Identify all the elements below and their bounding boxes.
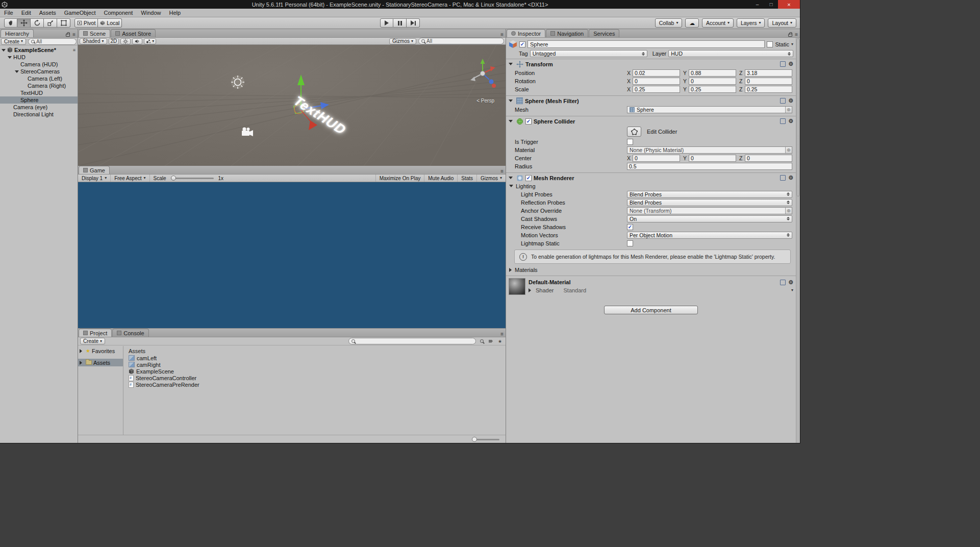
collab-dropdown[interactable]: Collab ▾ xyxy=(655,18,683,28)
scene-effects-dropdown[interactable]: ▾ xyxy=(144,38,156,44)
hierarchy-item[interactable]: Camera (Right) xyxy=(0,82,78,89)
mute-audio-toggle[interactable]: Mute Audio xyxy=(424,175,457,182)
motion-vectors-dropdown[interactable]: Per Object Motion xyxy=(627,232,792,239)
settings-gear-icon[interactable]: ⚙ xyxy=(788,280,793,285)
move-tool-button[interactable] xyxy=(17,18,31,28)
close-button[interactable]: × xyxy=(778,0,800,9)
help-icon[interactable] xyxy=(780,175,786,181)
asset-item[interactable]: StereoCameraController xyxy=(129,375,506,381)
gameobject-name-field[interactable]: Sphere xyxy=(527,40,765,48)
foldout-open-icon[interactable] xyxy=(509,100,513,102)
material-preview-sphere[interactable] xyxy=(509,278,525,295)
step-button[interactable] xyxy=(407,18,420,28)
menu-assets[interactable]: Assets xyxy=(35,9,60,17)
stats-toggle[interactable]: Stats xyxy=(457,175,476,182)
local-toggle-button[interactable]: Local xyxy=(98,18,122,28)
panel-menu-icon[interactable]: ≡ xyxy=(500,32,504,37)
panel-menu-icon[interactable]: ≡ xyxy=(500,168,504,174)
light-probes-dropdown[interactable]: Blend Probes xyxy=(627,191,792,198)
hierarchy-item[interactable]: HUD xyxy=(0,54,78,61)
search-by-label-button[interactable] xyxy=(487,338,494,344)
menu-file[interactable]: File xyxy=(0,9,17,17)
asset-item[interactable]: ExampleScene xyxy=(129,368,506,375)
menu-component[interactable]: Component xyxy=(99,9,137,17)
display-dropdown[interactable]: Display 1 ▾ xyxy=(78,175,111,182)
thumbnail-zoom-slider[interactable] xyxy=(473,439,499,440)
tab-hierarchy[interactable]: Hierarchy xyxy=(1,29,34,37)
mesh-filter-header[interactable]: Sphere (Mesh Filter) ⚙ xyxy=(506,96,796,105)
inspector-scrollbar[interactable] xyxy=(796,38,800,443)
settings-gear-icon[interactable]: ⚙ xyxy=(788,175,793,181)
tab-game[interactable]: Game xyxy=(79,166,110,174)
cast-shadows-dropdown[interactable]: On xyxy=(627,215,792,222)
rotation-x-field[interactable]: 0 xyxy=(633,78,680,85)
hierarchy-item-selected[interactable]: Sphere xyxy=(0,96,78,104)
foldout-open-icon[interactable] xyxy=(509,185,513,187)
hand-tool-button[interactable] xyxy=(4,18,17,28)
hierarchy-item[interactable]: Camera (HUD) xyxy=(0,61,78,68)
materials-foldout[interactable]: Materials xyxy=(506,266,796,274)
lock-icon[interactable] xyxy=(788,34,792,37)
lock-icon[interactable] xyxy=(66,34,70,37)
pause-button[interactable] xyxy=(393,18,407,28)
pivot-toggle-button[interactable]: Pivot xyxy=(74,18,98,28)
hierarchy-item[interactable]: Directional Light xyxy=(0,111,78,118)
project-create-button[interactable]: Create ▾ xyxy=(80,338,105,344)
settings-gear-icon[interactable]: ⚙ xyxy=(788,61,793,67)
menu-help[interactable]: Help xyxy=(165,9,185,17)
anchor-override-object-field[interactable]: None (Transform)◎ xyxy=(627,207,792,214)
tab-navigation[interactable]: Navigation xyxy=(546,29,588,37)
object-picker-icon[interactable]: ◎ xyxy=(785,208,792,214)
hierarchy-item-scene-root[interactable]: ExampleScene* ≡ xyxy=(0,46,78,54)
center-x-field[interactable]: 0 xyxy=(633,155,680,162)
sphere-collider-header[interactable]: Sphere Collider ⚙ xyxy=(506,117,796,126)
scale-tool-button[interactable] xyxy=(44,18,57,28)
transform-header[interactable]: Transform ⚙ xyxy=(506,60,796,68)
static-flags-dropdown-icon[interactable]: ▾ xyxy=(791,42,793,46)
position-y-field[interactable]: 0.88 xyxy=(689,69,736,77)
draw-mode-dropdown[interactable]: Shaded ▾ xyxy=(80,38,107,44)
scene-orientation-gizmo[interactable] xyxy=(466,56,498,89)
static-checkbox[interactable] xyxy=(767,41,773,47)
settings-gear-icon[interactable]: ⚙ xyxy=(788,98,793,104)
scene-audio-button[interactable] xyxy=(132,38,142,44)
component-enabled-checkbox[interactable] xyxy=(525,175,532,181)
scale-slider-thumb[interactable] xyxy=(171,176,176,181)
help-icon[interactable] xyxy=(780,98,786,104)
asset-item[interactable]: camRight xyxy=(129,361,506,368)
maximize-on-play-toggle[interactable]: Maximize On Play xyxy=(375,175,424,182)
project-search-input[interactable] xyxy=(357,338,473,344)
hierarchy-search[interactable] xyxy=(28,38,77,45)
panel-menu-icon[interactable]: ≡ xyxy=(795,32,798,37)
panel-menu-icon[interactable]: ≡ xyxy=(500,331,504,337)
menu-edit[interactable]: Edit xyxy=(17,9,35,17)
foldout-open-icon[interactable] xyxy=(2,49,6,52)
position-x-field[interactable]: 0.02 xyxy=(633,69,680,77)
object-picker-icon[interactable]: ◎ xyxy=(785,107,792,113)
layer-dropdown[interactable]: HUD xyxy=(668,50,793,57)
gizmos-dropdown[interactable]: Gizmos ▾ xyxy=(389,38,416,44)
game-viewport[interactable] xyxy=(78,182,506,329)
inspector-scrollbar-thumb[interactable] xyxy=(797,38,799,196)
perspective-label[interactable]: < Persp xyxy=(476,98,494,104)
object-picker-icon[interactable]: ◎ xyxy=(785,147,792,153)
asset-item[interactable]: StereoCameraPreRender xyxy=(129,381,506,388)
rotation-y-field[interactable]: 0 xyxy=(689,78,736,85)
tab-project[interactable]: Project xyxy=(79,329,112,337)
scene-viewport[interactable]: TextHUD < Persp xyxy=(78,45,506,166)
tab-scene[interactable]: Scene xyxy=(79,29,110,37)
zoom-slider-thumb[interactable] xyxy=(472,437,477,442)
mesh-object-field[interactable]: Sphere ◎ xyxy=(627,106,792,113)
component-enabled-checkbox[interactable] xyxy=(525,118,532,125)
foldout-closed-icon[interactable] xyxy=(80,349,82,353)
foldout-open-icon[interactable] xyxy=(15,70,19,73)
hierarchy-item[interactable]: TextHUD xyxy=(0,89,78,96)
position-z-field[interactable]: 3.18 xyxy=(745,69,792,77)
foldout-closed-icon[interactable] xyxy=(529,288,531,292)
panel-menu-icon[interactable]: ≡ xyxy=(72,32,76,37)
aspect-dropdown[interactable]: Free Aspect ▾ xyxy=(111,175,149,182)
tab-services[interactable]: Services xyxy=(589,29,619,37)
edit-collider-button[interactable] xyxy=(627,127,641,137)
game-gizmos-dropdown[interactable]: Gizmos ▾ xyxy=(476,175,506,182)
scale-slider[interactable] xyxy=(171,178,214,179)
